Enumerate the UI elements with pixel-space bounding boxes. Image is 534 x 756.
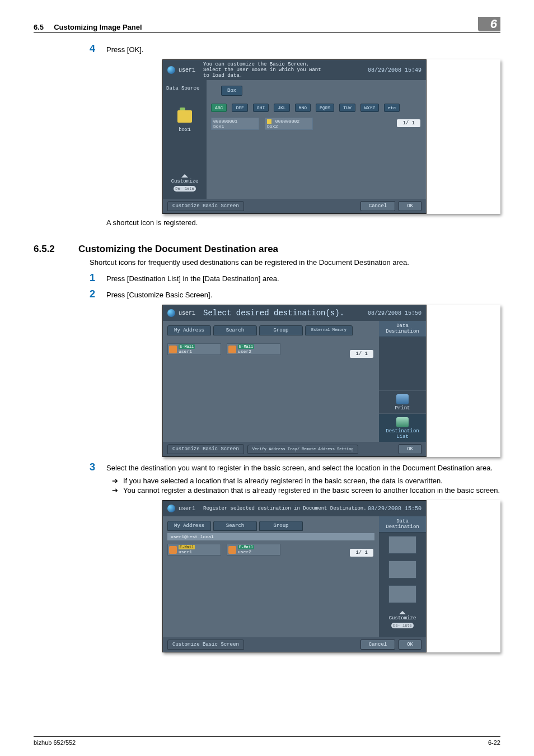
alpha-tab[interactable]: DEF [232, 104, 247, 112]
left-rail: Data Source box1 Customize De- lete [163, 80, 207, 199]
alpha-tab[interactable]: JKL [274, 104, 289, 112]
page-indicator: 1/ 1 [350, 549, 373, 557]
right-rail: Data Destination Customize De- lete [379, 516, 426, 637]
customize-block[interactable]: Customize De- lete [163, 172, 207, 195]
screenshot-3: user1 Register selected destination in D… [162, 500, 500, 652]
tab-external-memory[interactable]: External Memory [305, 325, 353, 335]
user-icon [167, 505, 175, 512]
destination-card[interactable]: E-Mailuser1 [167, 544, 221, 556]
caret-up-icon [399, 611, 406, 614]
alpha-tab[interactable]: etc [384, 104, 400, 112]
address-strip: user1@test.local [167, 533, 374, 540]
delete-pill[interactable]: De- lete [391, 623, 414, 628]
step-number: 3 [90, 461, 106, 473]
alpha-tab[interactable]: WXYZ [360, 104, 379, 112]
destination-list-item[interactable]: Destination List [379, 413, 426, 442]
page-footer: bizhub 652/552 6-22 [34, 736, 500, 746]
customize-label: Customize [379, 615, 426, 621]
subheading-number: 6.5.2 [34, 244, 78, 255]
titlebar: user1 You can customize the Basic Screen… [163, 60, 426, 80]
ok-button[interactable]: OK [399, 201, 421, 211]
step-3: 3 Select the destination you want to reg… [90, 461, 500, 473]
destination-card[interactable]: E-Mailuser2 [227, 343, 280, 355]
tab-group[interactable]: Group [259, 521, 303, 531]
panel-footer: Customize Basic Screen Cancel OK [163, 637, 426, 652]
tab-search[interactable]: Search [213, 325, 257, 335]
box-button[interactable]: Box [221, 86, 242, 96]
section-number: 6.5 [34, 23, 44, 31]
subheading-title: Customizing the Document Destination are… [78, 244, 278, 255]
user-icon [167, 66, 175, 74]
arrow-icon: ➔ [112, 477, 123, 485]
user-label: user1 [179, 67, 195, 73]
sub-intro: Shortcut icons for frequently used desti… [90, 258, 500, 267]
step-text: Select the destination you want to regis… [106, 461, 493, 472]
print-item[interactable]: Print [379, 390, 426, 413]
data-source-label: Data Source [163, 83, 207, 94]
center-area: Box ABC DEF GHI JKL MNO PQRS TUV WXYZ et… [207, 80, 426, 199]
customize-basic-screen-tab[interactable]: Customize Basic Screen [167, 640, 244, 650]
chapter-badge: 6 [478, 17, 500, 31]
data-destination-label: Data Destination [379, 516, 426, 533]
caret-up-icon [181, 174, 188, 178]
tab-row: My Address Search Group [167, 521, 374, 531]
panel-footer: Customize Basic Screen Cancel OK [163, 199, 426, 213]
step-3-bullets: ➔If you have selected a location that is… [112, 477, 500, 494]
right-rail: Data Destination Print Destination List [379, 321, 426, 442]
step-number: 4 [90, 43, 106, 55]
arrow-icon: ➔ [112, 486, 123, 494]
user-label: user1 [179, 506, 195, 512]
customize-label: Customize [163, 179, 207, 184]
tab-row: My Address Search Group External Memory [167, 325, 374, 335]
list-icon [396, 417, 409, 427]
alpha-tab[interactable]: ABC [211, 104, 227, 112]
cancel-button[interactable]: Cancel [360, 201, 395, 211]
screenshot-1: user1 You can customize the Basic Screen… [162, 59, 500, 214]
step-1: 1 Press [Destination List] in the [Data … [90, 272, 500, 284]
user-box-entry[interactable]: 000000001 box1 [211, 118, 259, 130]
title-message: You can customize the Basic Screen. Sele… [203, 62, 368, 78]
customize-basic-screen-tab[interactable]: Customize Basic Screen [167, 444, 244, 454]
destination-card[interactable]: E-Mailuser2 [227, 544, 280, 556]
destination-slot[interactable] [388, 536, 416, 554]
data-destination-label: Data Destination [379, 321, 426, 337]
ok-button[interactable]: OK [399, 640, 421, 650]
title-message: Select desired destination(s). [203, 310, 368, 316]
user-icon [167, 309, 175, 317]
box-icon[interactable] [177, 110, 192, 123]
destination-card[interactable]: E-Mailuser1 [167, 343, 221, 355]
destination-slot[interactable] [388, 561, 416, 578]
alpha-tabs: ABC DEF GHI JKL MNO PQRS TUV WXYZ etc [211, 104, 421, 114]
box-label: box1 [163, 125, 207, 135]
tab-my-address[interactable]: My Address [167, 325, 211, 335]
timestamp: 08/29/2008 15:49 [368, 67, 421, 73]
verify-address-tab[interactable]: Verify Address Tray/ Remote Address Sett… [247, 445, 359, 454]
timestamp: 08/29/2008 15:50 [368, 310, 421, 316]
ok-button[interactable]: OK [399, 444, 421, 454]
tab-search[interactable]: Search [213, 521, 257, 531]
user-label: user1 [179, 310, 195, 316]
email-icon [228, 346, 236, 353]
bullet-text: If you have selected a location that is … [123, 477, 443, 485]
alpha-tab[interactable]: MNO [295, 104, 311, 112]
alpha-tab[interactable]: TUV [339, 104, 355, 112]
delete-pill[interactable]: De- lete [174, 186, 196, 192]
footer-left: bizhub 652/552 [34, 739, 76, 746]
destination-slot[interactable] [388, 585, 416, 603]
screenshot-2: user1 Select desired destination(s). 08/… [162, 305, 500, 457]
title-message: Register selected destination in Documen… [203, 506, 368, 511]
email-icon [228, 546, 236, 554]
customize-basic-screen-tab[interactable]: Customize Basic Screen [167, 201, 244, 211]
alpha-tab[interactable]: PQRS [316, 104, 334, 112]
step-text: Press [OK]. [106, 43, 143, 54]
section-title: Customizing Image Panel [54, 23, 142, 31]
titlebar: user1 Select desired destination(s). 08/… [163, 305, 426, 321]
alpha-tab[interactable]: GHI [253, 104, 269, 112]
customize-block[interactable]: Customize De- lete [379, 609, 426, 632]
tab-my-address[interactable]: My Address [167, 521, 211, 531]
cancel-button[interactable]: Cancel [360, 640, 395, 650]
titlebar: user1 Register selected destination in D… [163, 501, 426, 516]
bullet-text: You cannot register a destination that i… [123, 486, 500, 494]
tab-group[interactable]: Group [259, 325, 303, 335]
user-box-entry[interactable]: 000000002 box2 [265, 118, 313, 130]
